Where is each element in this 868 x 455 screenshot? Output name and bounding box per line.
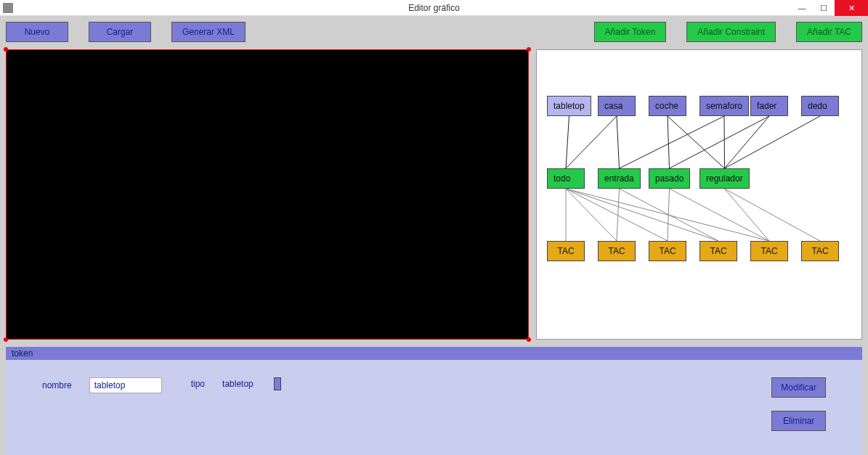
node-tabletop[interactable]: tabletop <box>547 96 591 116</box>
window-title: Editor gráfico <box>408 3 460 13</box>
svg-line-4 <box>668 116 725 168</box>
svg-line-2 <box>617 116 620 168</box>
node-coche[interactable]: coche <box>649 96 686 116</box>
node-tac6[interactable]: TAC <box>801 241 839 261</box>
titlebar: Editor gráfico — ☐ ✕ <box>0 0 868 16</box>
resize-handle-tl[interactable] <box>4 47 8 52</box>
node-tac2[interactable]: TAC <box>598 241 636 261</box>
svg-line-3 <box>668 116 670 168</box>
graph-panel[interactable]: tabletopcasacochesemaforofaderdedotodoen… <box>536 49 862 340</box>
close-button[interactable]: ✕ <box>835 0 868 16</box>
svg-line-13 <box>566 189 718 241</box>
svg-line-0 <box>566 116 569 168</box>
node-casa[interactable]: casa <box>598 96 636 116</box>
add-tac-button[interactable]: Añadir TAC <box>796 22 862 42</box>
resize-handle-tr[interactable] <box>527 47 531 52</box>
node-semaforo[interactable]: semaforo <box>699 96 749 116</box>
node-regulador[interactable]: regulador <box>699 168 750 189</box>
svg-line-19 <box>725 189 770 241</box>
tipo-select-handle[interactable] <box>274 377 281 390</box>
node-entrada[interactable]: entrada <box>598 168 641 189</box>
canvas[interactable] <box>6 49 529 340</box>
svg-line-9 <box>725 116 821 168</box>
node-pasado[interactable]: pasado <box>649 168 690 189</box>
node-todo[interactable]: todo <box>547 168 585 189</box>
nombre-input[interactable] <box>89 377 162 393</box>
canvas-wrap <box>6 49 529 340</box>
nombre-label: nombre <box>42 380 72 390</box>
node-tac4[interactable]: TAC <box>699 241 737 261</box>
node-tac3[interactable]: TAC <box>649 241 686 261</box>
svg-line-18 <box>670 189 770 241</box>
maximize-button[interactable]: ☐ <box>813 0 835 16</box>
workarea: tabletopcasacochesemaforofaderdedotodoen… <box>6 49 862 340</box>
node-dedo[interactable]: dedo <box>801 96 839 116</box>
cargar-button[interactable]: Cargar <box>89 22 151 42</box>
toolbar: Nuevo Cargar Generar XML Añadir Token Añ… <box>6 22 862 42</box>
window-controls: — ☐ ✕ <box>791 0 868 16</box>
svg-line-11 <box>566 189 617 241</box>
add-token-button[interactable]: Añadir Token <box>594 22 667 42</box>
minimize-button[interactable]: — <box>791 0 813 16</box>
add-constraint-button[interactable]: Añadir Constraint <box>686 22 776 42</box>
svg-line-1 <box>566 116 617 168</box>
svg-line-6 <box>724 116 725 168</box>
eliminar-button[interactable]: Eliminar <box>771 411 826 431</box>
properties-panel: token nombre tipo tabletop Modificar Eli… <box>6 347 862 455</box>
generar-xml-button[interactable]: Generar XML <box>171 22 246 42</box>
svg-line-5 <box>620 116 725 168</box>
svg-line-8 <box>725 116 770 168</box>
app-icon <box>3 3 13 13</box>
tipo-value: tabletop <box>222 379 253 389</box>
tipo-label: tipo <box>191 379 205 389</box>
node-tac1[interactable]: TAC <box>547 241 585 261</box>
properties-title: token <box>6 347 862 360</box>
resize-handle-bl[interactable] <box>4 337 8 342</box>
resize-handle-br[interactable] <box>527 337 531 342</box>
nuevo-button[interactable]: Nuevo <box>6 22 68 42</box>
modificar-button[interactable]: Modificar <box>771 377 826 398</box>
app-body: Nuevo Cargar Generar XML Añadir Token Añ… <box>0 16 868 455</box>
svg-line-7 <box>670 116 770 168</box>
svg-line-12 <box>566 189 668 241</box>
node-fader[interactable]: fader <box>750 96 788 116</box>
node-tac5[interactable]: TAC <box>750 241 788 261</box>
